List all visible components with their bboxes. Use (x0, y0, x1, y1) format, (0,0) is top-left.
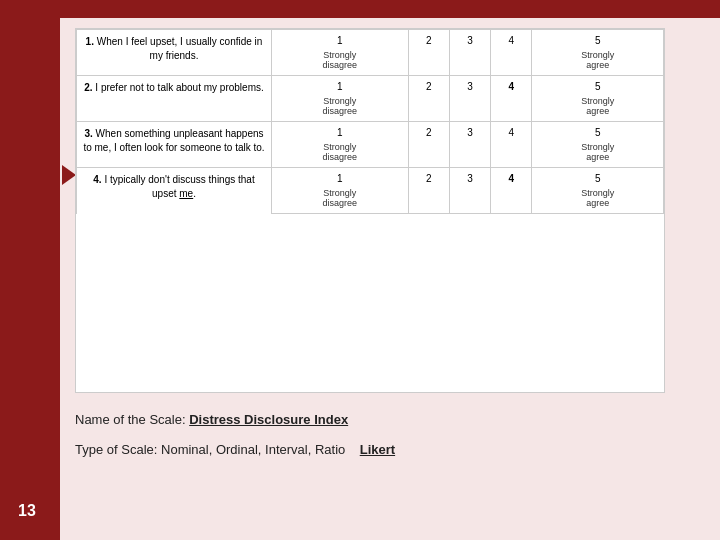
question-2-text: 2. I prefer not to talk about my problem… (84, 82, 264, 93)
q1-scale-1: 1 (272, 30, 409, 49)
arrow-indicator (62, 165, 76, 185)
q3-scale-2: 2 (408, 122, 449, 141)
q3-scale-1: 1 (272, 122, 409, 141)
q3-label-1: Stronglydisagree (272, 140, 409, 168)
scale-name-label: Name of the Scale: (75, 412, 186, 427)
type-of-scale-line: Type of Scale: Nominal, Ordinal, Interva… (75, 440, 665, 460)
question-3-text: 3. When something unpleasant happens to … (83, 128, 264, 153)
bottom-info-section: Name of the Scale: Distress Disclosure I… (75, 410, 665, 469)
q4-label-1: Stronglydisagree (272, 186, 409, 214)
table-row: 1. When I feel upset, I usually confide … (77, 30, 664, 49)
q2-scale-5: 5 (532, 76, 664, 95)
q1-label-2 (408, 48, 449, 76)
q4-scale-4: 4 (491, 168, 532, 187)
q4-label-5: Stronglyagree (532, 186, 664, 214)
table-row-q3: 3. When something unpleasant happens to … (77, 122, 664, 141)
table-row-q4: 4. I typically don't discuss things that… (77, 168, 664, 187)
q3-label-4 (491, 140, 532, 168)
question-4-text: 4. I typically don't discuss things that… (93, 174, 254, 199)
q4-label-3 (449, 186, 490, 214)
q4-label-4 (491, 186, 532, 214)
q1-label-4 (491, 48, 532, 76)
q1-label-3 (449, 48, 490, 76)
q2-label-1: Stronglydisagree (272, 94, 409, 122)
survey-table: 1. When I feel upset, I usually confide … (76, 29, 664, 214)
q1-scale-2: 2 (408, 30, 449, 49)
scale-name-value: Distress Disclosure Index (189, 412, 348, 427)
q4-label-2 (408, 186, 449, 214)
top-bar (60, 0, 720, 18)
type-label: Type of Scale: (75, 442, 157, 457)
q1-label-1: Stronglydisagree (272, 48, 409, 76)
q3-label-3 (449, 140, 490, 168)
type-highlight: Likert (360, 442, 395, 457)
q3-scale-3: 3 (449, 122, 490, 141)
q3-label-2 (408, 140, 449, 168)
type-value: Nominal, Ordinal, Interval, Ratio (161, 442, 345, 457)
q4-scale-5: 5 (532, 168, 664, 187)
q2-label-2 (408, 94, 449, 122)
q2-scale-2: 2 (408, 76, 449, 95)
q1-scale-5: 5 (532, 30, 664, 49)
q1-scale-3: 3 (449, 30, 490, 49)
q2-scale-3: 3 (449, 76, 490, 95)
left-sidebar (0, 0, 60, 540)
q3-label-5: Stronglyagree (532, 140, 664, 168)
q2-label-3 (449, 94, 490, 122)
q2-scale-4: 4 (491, 76, 532, 95)
scale-name-line: Name of the Scale: Distress Disclosure I… (75, 410, 665, 430)
q2-label-5: Stronglyagree (532, 94, 664, 122)
q3-scale-5: 5 (532, 122, 664, 141)
q4-scale-2: 2 (408, 168, 449, 187)
q1-label-5: Stronglyagree (532, 48, 664, 76)
table-row-q2: 2. I prefer not to talk about my problem… (77, 76, 664, 95)
q2-label-4 (491, 94, 532, 122)
survey-card: 1. When I feel upset, I usually confide … (75, 28, 665, 393)
q4-scale-3: 3 (449, 168, 490, 187)
q3-scale-4: 4 (491, 122, 532, 141)
q4-scale-1: 1 (272, 168, 409, 187)
q1-scale-4: 4 (491, 30, 532, 49)
slide-number: 13 (18, 502, 36, 520)
q2-scale-1: 1 (272, 76, 409, 95)
question-1-text: 1. When I feel upset, I usually confide … (86, 36, 263, 61)
